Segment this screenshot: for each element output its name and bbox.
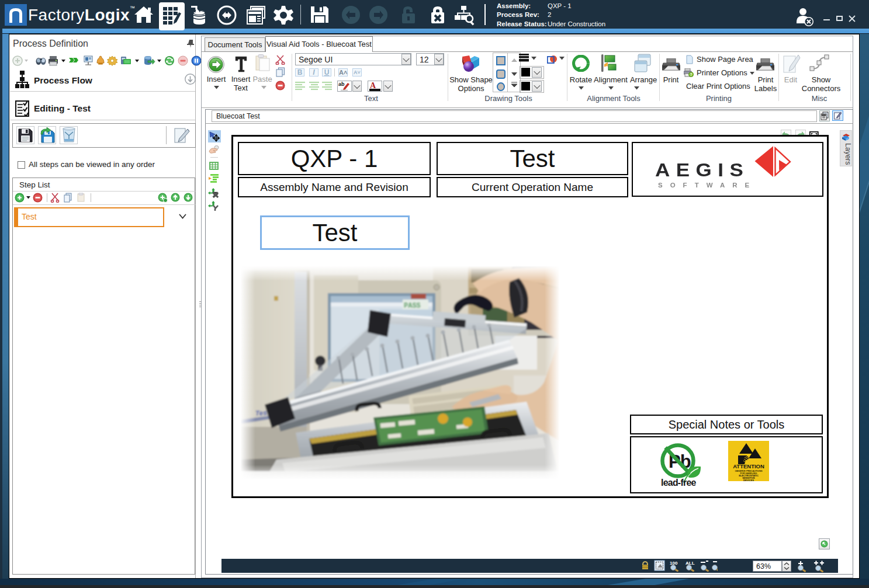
svg-text:lead-free: lead-free xyxy=(661,478,697,488)
svg-text:DEVICES: DEVICES xyxy=(743,479,754,481)
svg-text:PASS: PASS xyxy=(404,302,421,310)
svg-text:OBSERVE PRECAUTIONS: OBSERVE PRECAUTIONS xyxy=(735,470,763,472)
svg-text:ATTENTION: ATTENTION xyxy=(733,463,764,469)
svg-text:?: ? xyxy=(690,72,693,76)
svg-text:ab: ab xyxy=(338,81,345,87)
